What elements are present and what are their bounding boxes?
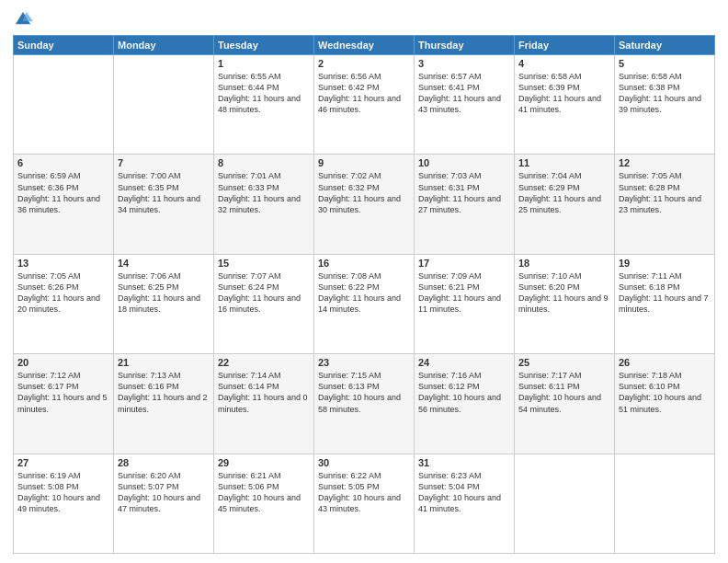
day-cell: 3Sunrise: 6:57 AM Sunset: 6:41 PM Daylig… — [415, 55, 515, 155]
day-info: Sunrise: 7:02 AM Sunset: 6:32 PM Dayligh… — [318, 170, 410, 215]
day-number: 24 — [418, 357, 510, 368]
day-info: Sunrise: 7:12 AM Sunset: 6:17 PM Dayligh… — [17, 370, 109, 415]
day-number: 7 — [118, 157, 210, 168]
calendar-table: SundayMondayTuesdayWednesdayThursdayFrid… — [13, 35, 715, 554]
day-info: Sunrise: 7:16 AM Sunset: 6:12 PM Dayligh… — [418, 370, 510, 415]
day-info: Sunrise: 6:22 AM Sunset: 5:05 PM Dayligh… — [318, 470, 410, 515]
day-number: 12 — [619, 157, 711, 168]
page: SundayMondayTuesdayWednesdayThursdayFrid… — [0, 0, 728, 563]
day-number: 6 — [17, 157, 109, 168]
day-number: 11 — [518, 157, 610, 168]
day-info: Sunrise: 7:05 AM Sunset: 6:26 PM Dayligh… — [17, 270, 109, 316]
day-cell: 6Sunrise: 6:59 AM Sunset: 6:36 PM Daylig… — [14, 155, 114, 254]
day-info: Sunrise: 7:06 AM Sunset: 6:25 PM Dayligh… — [118, 270, 210, 316]
day-number: 4 — [518, 58, 610, 69]
day-number: 23 — [318, 357, 410, 368]
day-cell: 2Sunrise: 6:56 AM Sunset: 6:42 PM Daylig… — [314, 55, 415, 155]
day-cell: 28Sunrise: 6:20 AM Sunset: 5:07 PM Dayli… — [114, 454, 214, 553]
col-header-tuesday: Tuesday — [214, 36, 314, 55]
day-info: Sunrise: 7:05 AM Sunset: 6:28 PM Dayligh… — [619, 170, 711, 215]
day-cell: 30Sunrise: 6:22 AM Sunset: 5:05 PM Dayli… — [314, 454, 415, 553]
day-cell: 16Sunrise: 7:08 AM Sunset: 6:22 PM Dayli… — [314, 254, 415, 353]
day-cell: 14Sunrise: 7:06 AM Sunset: 6:25 PM Dayli… — [114, 254, 214, 353]
day-cell: 13Sunrise: 7:05 AM Sunset: 6:26 PM Dayli… — [14, 254, 114, 353]
day-info: Sunrise: 7:04 AM Sunset: 6:29 PM Dayligh… — [518, 170, 610, 215]
day-number: 10 — [418, 157, 510, 168]
day-info: Sunrise: 7:18 AM Sunset: 6:10 PM Dayligh… — [619, 370, 711, 415]
day-info: Sunrise: 7:03 AM Sunset: 6:31 PM Dayligh… — [418, 170, 510, 215]
day-info: Sunrise: 6:58 AM Sunset: 6:39 PM Dayligh… — [518, 71, 610, 116]
day-info: Sunrise: 6:23 AM Sunset: 5:04 PM Dayligh… — [418, 470, 510, 515]
week-row-4: 27Sunrise: 6:19 AM Sunset: 5:08 PM Dayli… — [14, 454, 715, 553]
day-info: Sunrise: 7:15 AM Sunset: 6:13 PM Dayligh… — [318, 370, 410, 415]
day-number: 14 — [118, 258, 210, 269]
day-cell: 23Sunrise: 7:15 AM Sunset: 6:13 PM Dayli… — [314, 354, 415, 454]
day-number: 22 — [218, 357, 310, 368]
day-number: 2 — [318, 58, 410, 69]
day-number: 8 — [218, 157, 310, 168]
day-info: Sunrise: 7:10 AM Sunset: 6:20 PM Dayligh… — [518, 270, 610, 316]
col-header-saturday: Saturday — [615, 36, 715, 55]
day-number: 17 — [418, 258, 510, 269]
day-cell: 26Sunrise: 7:18 AM Sunset: 6:10 PM Dayli… — [615, 354, 715, 454]
week-row-0: 1Sunrise: 6:55 AM Sunset: 6:44 PM Daylig… — [14, 55, 715, 155]
day-cell — [114, 55, 214, 155]
day-cell: 15Sunrise: 7:07 AM Sunset: 6:24 PM Dayli… — [214, 254, 314, 353]
day-number: 16 — [318, 258, 410, 269]
day-cell: 4Sunrise: 6:58 AM Sunset: 6:39 PM Daylig… — [515, 55, 615, 155]
day-cell: 19Sunrise: 7:11 AM Sunset: 6:18 PM Dayli… — [615, 254, 715, 353]
day-info: Sunrise: 6:19 AM Sunset: 5:08 PM Dayligh… — [17, 470, 109, 515]
day-cell — [515, 454, 615, 553]
day-info: Sunrise: 7:11 AM Sunset: 6:18 PM Dayligh… — [619, 270, 711, 316]
day-info: Sunrise: 6:58 AM Sunset: 6:38 PM Dayligh… — [619, 71, 711, 116]
day-cell: 29Sunrise: 6:21 AM Sunset: 5:06 PM Dayli… — [214, 454, 314, 553]
day-info: Sunrise: 6:57 AM Sunset: 6:41 PM Dayligh… — [418, 71, 510, 116]
col-header-monday: Monday — [114, 36, 214, 55]
day-cell: 1Sunrise: 6:55 AM Sunset: 6:44 PM Daylig… — [214, 55, 314, 155]
day-cell: 9Sunrise: 7:02 AM Sunset: 6:32 PM Daylig… — [314, 155, 415, 254]
day-number: 25 — [518, 357, 610, 368]
day-number: 19 — [619, 258, 711, 269]
day-number: 15 — [218, 258, 310, 269]
day-info: Sunrise: 7:01 AM Sunset: 6:33 PM Dayligh… — [218, 170, 310, 215]
col-header-friday: Friday — [515, 36, 615, 55]
day-number: 26 — [619, 357, 711, 368]
day-cell: 12Sunrise: 7:05 AM Sunset: 6:28 PM Dayli… — [615, 155, 715, 254]
week-row-1: 6Sunrise: 6:59 AM Sunset: 6:36 PM Daylig… — [14, 155, 715, 254]
day-number: 27 — [17, 457, 109, 468]
day-info: Sunrise: 6:20 AM Sunset: 5:07 PM Dayligh… — [118, 470, 210, 515]
day-cell: 17Sunrise: 7:09 AM Sunset: 6:21 PM Dayli… — [415, 254, 515, 353]
day-info: Sunrise: 7:08 AM Sunset: 6:22 PM Dayligh… — [318, 270, 410, 316]
day-number: 29 — [218, 457, 310, 468]
day-number: 20 — [17, 357, 109, 368]
day-number: 18 — [518, 258, 610, 269]
day-number: 28 — [118, 457, 210, 468]
day-cell — [615, 454, 715, 553]
day-info: Sunrise: 7:17 AM Sunset: 6:11 PM Dayligh… — [518, 370, 610, 415]
day-number: 5 — [619, 58, 711, 69]
day-cell: 7Sunrise: 7:00 AM Sunset: 6:35 PM Daylig… — [114, 155, 214, 254]
day-info: Sunrise: 7:13 AM Sunset: 6:16 PM Dayligh… — [118, 370, 210, 415]
day-info: Sunrise: 7:00 AM Sunset: 6:35 PM Dayligh… — [118, 170, 210, 215]
day-cell: 18Sunrise: 7:10 AM Sunset: 6:20 PM Dayli… — [515, 254, 615, 353]
day-number: 3 — [418, 58, 510, 69]
day-cell: 27Sunrise: 6:19 AM Sunset: 5:08 PM Dayli… — [14, 454, 114, 553]
header — [13, 9, 715, 29]
day-cell: 5Sunrise: 6:58 AM Sunset: 6:38 PM Daylig… — [615, 55, 715, 155]
day-cell: 20Sunrise: 7:12 AM Sunset: 6:17 PM Dayli… — [14, 354, 114, 454]
day-number: 13 — [17, 258, 109, 269]
day-number: 1 — [218, 58, 310, 69]
col-header-sunday: Sunday — [14, 36, 114, 55]
day-number: 9 — [318, 157, 410, 168]
day-number: 31 — [418, 457, 510, 468]
day-info: Sunrise: 6:55 AM Sunset: 6:44 PM Dayligh… — [218, 71, 310, 116]
day-number: 21 — [118, 357, 210, 368]
day-cell: 22Sunrise: 7:14 AM Sunset: 6:14 PM Dayli… — [214, 354, 314, 454]
day-cell: 8Sunrise: 7:01 AM Sunset: 6:33 PM Daylig… — [214, 155, 314, 254]
day-cell: 11Sunrise: 7:04 AM Sunset: 6:29 PM Dayli… — [515, 155, 615, 254]
logo-icon — [13, 9, 33, 29]
day-cell: 24Sunrise: 7:16 AM Sunset: 6:12 PM Dayli… — [415, 354, 515, 454]
day-cell — [14, 55, 114, 155]
col-header-wednesday: Wednesday — [314, 36, 415, 55]
week-row-2: 13Sunrise: 7:05 AM Sunset: 6:26 PM Dayli… — [14, 254, 715, 353]
